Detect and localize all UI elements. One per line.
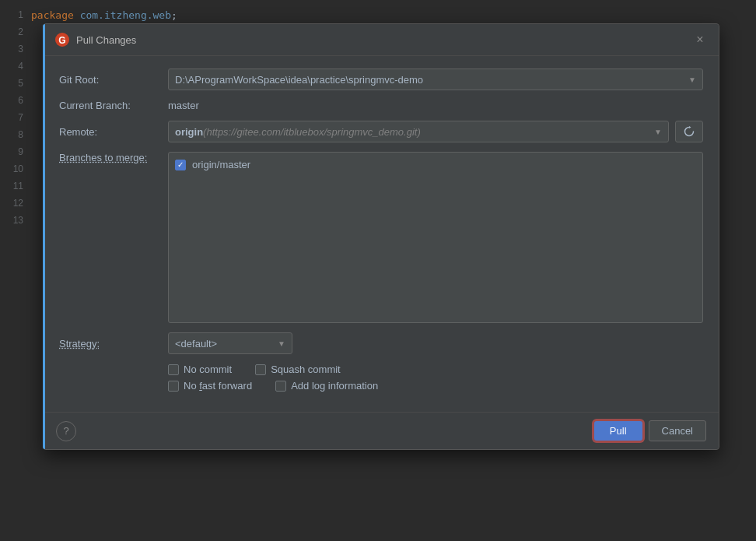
squash-commit-option[interactable]: Squash commit [255, 364, 341, 375]
remote-row: Remote: origin(https://gitee.com/itblueb… [59, 121, 703, 142]
pull-button[interactable]: Pull [594, 421, 642, 441]
branches-label: Branches to merge: [59, 152, 168, 163]
remote-value: origin(https://gitee.com/itbluebox/sprin… [175, 126, 648, 138]
no-fast-forward-checkbox[interactable] [168, 381, 179, 392]
strategy-row: Strategy: <default> ▼ [59, 332, 703, 354]
dialog-footer: ? Pull Cancel [44, 412, 719, 449]
remote-label: Remote: [59, 126, 168, 138]
strategy-dropdown[interactable]: <default> ▼ [168, 332, 292, 354]
git-root-value: D:\AProgramWorkSpace\idea\practice\sprin… [175, 74, 682, 86]
options-section: No commit Squash commit No fast forward … [168, 364, 703, 392]
strategy-arrow-icon: ▼ [278, 339, 285, 348]
no-fast-forward-option[interactable]: No fast forward [168, 380, 252, 392]
no-commit-option[interactable]: No commit [168, 364, 232, 375]
squash-commit-label: Squash commit [271, 364, 341, 375]
remote-origin: origin [175, 126, 203, 138]
pull-changes-dialog: G Pull Changes × Git Root: D:\AProgramWo… [43, 23, 719, 450]
strategy-value: <default> [175, 338, 271, 350]
add-log-checkbox[interactable] [275, 381, 286, 392]
current-branch-row: Current Branch: master [59, 100, 703, 111]
dialog-title: Pull Changes [76, 34, 692, 46]
branches-row: Branches to merge: origin/master [59, 152, 703, 323]
git-root-row: Git Root: D:\AProgramWorkSpace\idea\prac… [59, 69, 703, 90]
branch-item[interactable]: origin/master [169, 156, 702, 174]
remote-url: (https://gitee.com/itbluebox/springmvc_d… [203, 126, 421, 138]
branch-name: origin/master [192, 159, 250, 170]
dialog-titlebar: G Pull Changes × [44, 24, 719, 56]
git-icon: G [54, 32, 70, 47]
strategy-label: Strategy: [59, 338, 168, 350]
cancel-button[interactable]: Cancel [649, 420, 706, 441]
branch-checkbox[interactable] [175, 160, 186, 170]
remote-dropdown[interactable]: origin(https://gitee.com/itbluebox/sprin… [168, 121, 669, 142]
add-log-option[interactable]: Add log information [275, 380, 378, 392]
current-branch-label: Current Branch: [59, 100, 168, 111]
help-button[interactable]: ? [56, 421, 76, 441]
squash-commit-checkbox[interactable] [255, 364, 266, 375]
branches-list: origin/master [168, 152, 703, 323]
no-commit-checkbox[interactable] [168, 364, 179, 375]
options-row-2: No fast forward Add log information [168, 380, 703, 392]
options-row-1: No commit Squash commit [168, 364, 703, 375]
add-log-label: Add log information [291, 380, 378, 392]
close-button[interactable]: × [692, 32, 708, 47]
git-root-label: Git Root: [59, 74, 168, 86]
svg-text:G: G [58, 35, 65, 46]
no-fast-forward-label: No fast forward [184, 380, 252, 392]
no-commit-label: No commit [184, 364, 232, 375]
current-branch-value: master [168, 100, 199, 111]
remote-arrow-icon: ▼ [654, 128, 662, 136]
refresh-button[interactable] [675, 121, 703, 142]
git-root-dropdown[interactable]: D:\AProgramWorkSpace\idea\practice\sprin… [168, 69, 703, 90]
dialog-body: Git Root: D:\AProgramWorkSpace\idea\prac… [44, 56, 719, 412]
git-root-arrow-icon: ▼ [688, 76, 696, 84]
